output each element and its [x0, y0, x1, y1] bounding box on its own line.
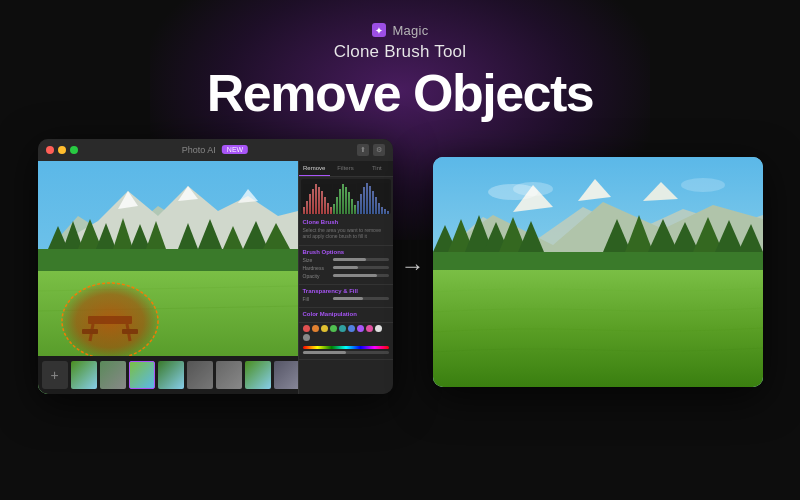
svg-rect-55	[375, 197, 377, 214]
svg-rect-52	[366, 183, 368, 214]
screenshots-area: Photo AI NEW ⬆ ⚙	[20, 139, 780, 394]
film-thumb-3[interactable]	[129, 361, 155, 389]
page-content: ✦ Magic Clone Brush Tool Remove Objects …	[0, 0, 800, 500]
panel-tabs: Remove Filters Tint	[299, 161, 393, 177]
right-panel: Remove Filters Tint	[298, 161, 393, 394]
color-green[interactable]	[330, 325, 337, 332]
fill-slider[interactable]	[333, 297, 389, 300]
color-blue[interactable]	[348, 325, 355, 332]
film-thumb-7[interactable]	[245, 361, 271, 389]
maximize-button[interactable]	[70, 146, 78, 154]
color-purple[interactable]	[357, 325, 364, 332]
svg-rect-54	[372, 191, 374, 214]
hardness-slider[interactable]	[333, 266, 389, 269]
svg-rect-47	[351, 199, 353, 214]
arrow-container: →	[393, 252, 433, 280]
extra-sliders	[299, 343, 393, 360]
photo-right	[433, 157, 763, 387]
left-screenshot: Photo AI NEW ⬆ ⚙	[38, 139, 393, 394]
svg-point-83	[681, 178, 725, 192]
settings-icon[interactable]: ⚙	[373, 144, 385, 156]
minimize-button[interactable]	[58, 146, 66, 154]
tab-tint[interactable]: Tint	[361, 161, 392, 176]
svg-rect-80	[433, 270, 763, 387]
svg-rect-58	[384, 209, 386, 214]
hue-slider[interactable]	[303, 346, 389, 349]
clone-brush-title: Clone Brush	[303, 219, 389, 225]
transparency-section: Transparency & Fill Fill	[299, 285, 393, 308]
svg-rect-45	[345, 187, 347, 214]
color-palette	[299, 323, 393, 343]
svg-rect-56	[378, 203, 380, 214]
svg-rect-40	[330, 207, 332, 214]
svg-rect-49	[357, 201, 359, 214]
main-title: Remove Objects	[207, 66, 594, 121]
opacity-label: Opacity	[303, 273, 331, 279]
color-section: Color Manipulation	[299, 308, 393, 323]
svg-rect-48	[354, 205, 356, 214]
svg-rect-42	[336, 197, 338, 214]
svg-rect-26	[88, 316, 132, 324]
clone-brush-section: Clone Brush Select the area you want to …	[299, 216, 393, 246]
right-screenshot	[433, 157, 763, 387]
title-bar: Photo AI NEW ⬆ ⚙	[38, 139, 393, 161]
title-bar-icons: ⬆ ⚙	[357, 144, 385, 156]
transparency-title: Transparency & Fill	[303, 288, 389, 294]
svg-rect-32	[306, 201, 308, 214]
svg-rect-31	[303, 207, 305, 214]
color-yellow[interactable]	[321, 325, 328, 332]
brush-options-section: Brush Options Size Hardness	[299, 246, 393, 285]
hardness-label: Hardness	[303, 265, 331, 271]
svg-point-82	[513, 182, 553, 196]
opacity-slider[interactable]	[333, 274, 389, 277]
svg-rect-8	[38, 249, 298, 274]
film-thumb-6[interactable]	[216, 361, 242, 389]
saturation-slider[interactable]	[303, 351, 389, 354]
svg-rect-37	[321, 191, 323, 214]
tool-title: Clone Brush Tool	[334, 42, 466, 62]
color-pink[interactable]	[366, 325, 373, 332]
svg-rect-50	[360, 194, 362, 214]
film-thumb-4[interactable]	[158, 361, 184, 389]
magic-badge: ✦ Magic	[371, 22, 428, 38]
svg-rect-39	[327, 203, 329, 214]
add-photo-button[interactable]: +	[42, 361, 68, 389]
app-title: Photo AI	[182, 145, 216, 155]
filmstrip: +	[38, 356, 298, 394]
svg-rect-57	[381, 207, 383, 214]
svg-rect-46	[348, 192, 350, 214]
title-bar-center: Photo AI NEW	[182, 145, 248, 155]
histogram	[301, 179, 391, 214]
tab-filters[interactable]: Filters	[330, 161, 361, 176]
svg-rect-43	[339, 189, 341, 214]
color-orange[interactable]	[312, 325, 319, 332]
fill-label: Fill	[303, 296, 331, 302]
svg-rect-34	[312, 189, 314, 214]
svg-rect-59	[387, 211, 389, 214]
svg-rect-33	[309, 194, 311, 214]
film-thumb-1[interactable]	[71, 361, 97, 389]
magic-icon: ✦	[371, 22, 387, 38]
svg-text:✦: ✦	[375, 26, 383, 36]
tab-remove[interactable]: Remove	[299, 161, 330, 176]
new-badge: NEW	[222, 145, 248, 154]
film-thumb-2[interactable]	[100, 361, 126, 389]
share-icon[interactable]: ⬆	[357, 144, 369, 156]
color-red[interactable]	[303, 325, 310, 332]
color-gray[interactable]	[303, 334, 310, 341]
svg-rect-53	[369, 186, 371, 214]
svg-rect-41	[333, 204, 335, 214]
film-thumb-8[interactable]	[274, 361, 298, 389]
svg-rect-51	[363, 187, 365, 214]
svg-rect-30	[122, 329, 138, 334]
size-slider[interactable]	[333, 258, 389, 261]
photo-area: +	[38, 161, 298, 394]
landscape-right	[433, 157, 763, 387]
svg-rect-36	[318, 187, 320, 214]
color-teal[interactable]	[339, 325, 346, 332]
color-white[interactable]	[375, 325, 382, 332]
film-thumb-5[interactable]	[187, 361, 213, 389]
color-title: Color Manipulation	[303, 311, 389, 317]
arrow-icon: →	[401, 252, 425, 280]
close-button[interactable]	[46, 146, 54, 154]
